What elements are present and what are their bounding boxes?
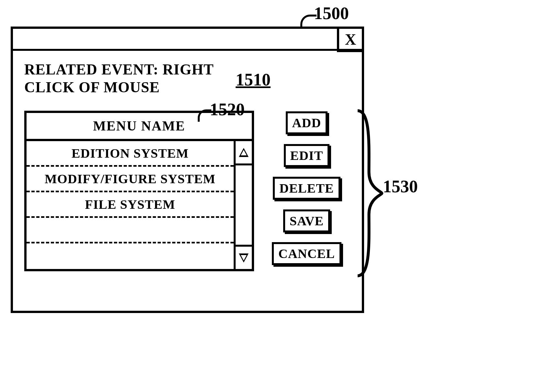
list-item[interactable] [27, 218, 234, 243]
lower-panel: MENU NAME EDITION SYSTEM MODIFY/FIGURE S… [24, 111, 350, 271]
callout-ref-1530: 1530 [383, 176, 418, 196]
scroll-track[interactable] [236, 165, 252, 245]
curly-brace-icon [354, 107, 384, 279]
list-item[interactable]: EDITION SYSTEM [27, 141, 234, 167]
close-button[interactable]: X [337, 27, 364, 52]
listbox-body: EDITION SYSTEM MODIFY/FIGURE SYSTEM FILE… [27, 141, 252, 269]
close-icon: X [345, 30, 356, 48]
button-column: ADD EDIT DELETE SAVE CANCEL [272, 111, 341, 265]
list-item[interactable]: MODIFY/FIGURE SYSTEM [27, 167, 234, 192]
edit-button[interactable]: EDIT [284, 144, 330, 167]
delete-button[interactable]: DELETE [273, 177, 340, 200]
list-items: EDITION SYSTEM MODIFY/FIGURE SYSTEM FILE… [27, 141, 234, 269]
list-item[interactable]: FILE SYSTEM [27, 192, 234, 218]
triangle-down-icon [239, 253, 249, 263]
add-button[interactable]: ADD [286, 111, 328, 134]
save-button[interactable]: SAVE [283, 209, 330, 232]
menu-listbox: MENU NAME EDITION SYSTEM MODIFY/FIGURE S… [24, 111, 254, 271]
scroll-down-button[interactable] [236, 245, 252, 269]
callout-ref-1500: 1500 [314, 3, 349, 23]
scrollbar [234, 141, 252, 269]
scroll-up-button[interactable] [236, 141, 252, 165]
list-item[interactable] [27, 243, 234, 269]
cancel-button[interactable]: CANCEL [272, 242, 341, 265]
triangle-up-icon [239, 148, 249, 157]
titlebar: X [13, 29, 362, 51]
dialog-content: RELATED EVENT: RIGHT CLICK OF MOUSE MENU… [13, 51, 362, 311]
related-event-label: RELATED EVENT: RIGHT CLICK OF MOUSE [24, 61, 231, 96]
dialog-window: X RELATED EVENT: RIGHT CLICK OF MOUSE ME… [11, 27, 364, 313]
callout-ref-1520: 1520 [210, 99, 245, 119]
callout-ref-1510: 1510 [236, 70, 271, 90]
